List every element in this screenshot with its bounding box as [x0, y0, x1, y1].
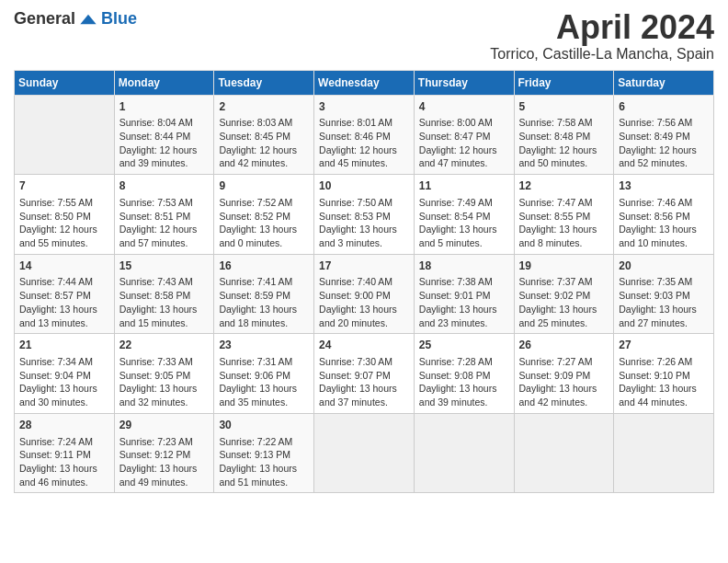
day-number: 7 — [19, 178, 109, 194]
cell-text: Sunrise: 7:43 AM — [119, 275, 210, 289]
cell-text: Daylight: 13 hours — [219, 303, 309, 316]
cell-text: Sunrise: 7:24 AM — [19, 435, 109, 449]
cell-text: Daylight: 13 hours — [619, 382, 709, 396]
calendar-cell: 18Sunrise: 7:38 AMSunset: 9:01 PMDayligh… — [414, 254, 514, 334]
calendar-table: SundayMondayTuesdayWednesdayThursdayFrid… — [14, 70, 714, 494]
cell-text: and 25 minutes. — [519, 316, 609, 330]
calendar-cell: 25Sunrise: 7:28 AMSunset: 9:08 PMDayligh… — [414, 334, 514, 414]
cell-text: and 32 minutes. — [119, 396, 210, 409]
cell-text: Daylight: 13 hours — [19, 462, 109, 476]
cell-text: Sunrise: 7:30 AM — [319, 355, 409, 369]
calendar-week-row: 14Sunrise: 7:44 AMSunset: 8:57 PMDayligh… — [15, 254, 714, 334]
cell-text: and 3 minutes. — [319, 236, 409, 250]
day-number: 16 — [219, 259, 309, 274]
cell-text: Daylight: 13 hours — [619, 223, 709, 236]
cell-text: Sunrise: 7:27 AM — [519, 355, 609, 369]
cell-text: Sunrise: 7:53 AM — [119, 196, 210, 210]
day-number: 9 — [219, 178, 309, 194]
cell-text: Sunset: 8:51 PM — [119, 210, 210, 224]
cell-text: Sunrise: 7:40 AM — [319, 275, 409, 289]
cell-text: Sunset: 9:13 PM — [219, 448, 309, 462]
calendar-cell: 10Sunrise: 7:50 AMSunset: 8:53 PMDayligh… — [314, 175, 415, 255]
day-number: 8 — [119, 178, 210, 194]
cell-text: Sunset: 8:52 PM — [219, 210, 309, 224]
cell-text: Sunrise: 7:46 AM — [619, 196, 709, 210]
cell-text: Daylight: 13 hours — [419, 223, 509, 236]
logo-icon — [79, 10, 97, 29]
cell-text: Sunset: 9:05 PM — [119, 369, 210, 383]
cell-text: Sunset: 8:55 PM — [519, 210, 609, 224]
calendar-week-row: 28Sunrise: 7:24 AMSunset: 9:11 PMDayligh… — [15, 413, 714, 493]
logo-blue-text: Blue — [101, 9, 137, 29]
page-subtitle: Torrico, Castille-La Mancha, Spain — [490, 46, 714, 63]
cell-text: Daylight: 13 hours — [219, 462, 309, 476]
calendar-cell: 24Sunrise: 7:30 AMSunset: 9:07 PMDayligh… — [314, 334, 415, 414]
day-header-saturday: Saturday — [614, 70, 714, 95]
cell-text: and 30 minutes. — [19, 396, 109, 409]
cell-text: and 39 minutes. — [119, 156, 210, 170]
cell-text: and 42 minutes. — [219, 156, 309, 170]
cell-text: Sunset: 9:12 PM — [119, 448, 210, 462]
cell-text: Sunset: 8:53 PM — [319, 210, 409, 224]
cell-text: Daylight: 13 hours — [519, 223, 609, 236]
calendar-cell: 4Sunrise: 8:00 AMSunset: 8:47 PMDaylight… — [414, 95, 514, 175]
cell-text: Daylight: 13 hours — [419, 303, 509, 316]
cell-text: and 49 minutes. — [119, 476, 210, 489]
calendar-week-row: 1Sunrise: 8:04 AMSunset: 8:44 PMDaylight… — [15, 95, 714, 175]
cell-text: Sunset: 8:44 PM — [119, 130, 210, 144]
calendar-cell — [314, 413, 415, 493]
cell-text: Daylight: 13 hours — [119, 382, 210, 396]
day-number: 23 — [219, 338, 309, 353]
calendar-cell: 22Sunrise: 7:33 AMSunset: 9:05 PMDayligh… — [114, 334, 214, 414]
cell-text: Sunrise: 7:44 AM — [19, 275, 109, 289]
cell-text: Sunrise: 8:03 AM — [219, 116, 309, 130]
cell-text: Sunrise: 7:56 AM — [619, 116, 709, 130]
calendar-cell — [514, 413, 614, 493]
calendar-week-row: 7Sunrise: 7:55 AMSunset: 8:50 PMDaylight… — [15, 175, 714, 255]
cell-text: and 18 minutes. — [219, 316, 309, 330]
cell-text: Daylight: 12 hours — [419, 144, 509, 157]
logo: General Blue — [14, 9, 137, 29]
logo-general-text: General — [14, 9, 75, 29]
day-number: 10 — [319, 178, 409, 194]
cell-text: Daylight: 12 hours — [119, 223, 210, 236]
cell-text: Sunset: 8:58 PM — [119, 289, 210, 303]
cell-text: and 8 minutes. — [519, 236, 609, 250]
cell-text: Daylight: 13 hours — [119, 303, 210, 316]
cell-text: Sunset: 8:49 PM — [619, 130, 709, 144]
day-number: 6 — [619, 99, 709, 115]
cell-text: Daylight: 13 hours — [419, 382, 509, 396]
cell-text: and 50 minutes. — [519, 156, 609, 170]
cell-text: Sunset: 8:50 PM — [19, 210, 109, 224]
day-number: 4 — [419, 99, 509, 115]
cell-text: Daylight: 13 hours — [119, 462, 210, 476]
cell-text: Sunrise: 7:41 AM — [219, 275, 309, 289]
cell-text: Sunset: 9:08 PM — [419, 369, 509, 383]
day-header-friday: Friday — [514, 70, 614, 95]
day-number: 26 — [519, 338, 609, 353]
calendar-cell: 15Sunrise: 7:43 AMSunset: 8:58 PMDayligh… — [114, 254, 214, 334]
day-number: 17 — [319, 259, 409, 274]
calendar-cell: 2Sunrise: 8:03 AMSunset: 8:45 PMDaylight… — [214, 95, 314, 175]
calendar-cell — [15, 95, 115, 175]
day-number: 29 — [119, 418, 210, 433]
cell-text: Daylight: 13 hours — [619, 303, 709, 316]
cell-text: Sunrise: 7:31 AM — [219, 355, 309, 369]
cell-text: and 37 minutes. — [319, 396, 409, 409]
day-number: 5 — [519, 99, 609, 115]
cell-text: Sunset: 9:02 PM — [519, 289, 609, 303]
day-number: 13 — [619, 178, 709, 194]
cell-text: Sunset: 8:47 PM — [419, 130, 509, 144]
cell-text: Sunset: 8:54 PM — [419, 210, 509, 224]
cell-text: and 0 minutes. — [219, 236, 309, 250]
day-number: 11 — [419, 178, 509, 194]
cell-text: Sunrise: 7:28 AM — [419, 355, 509, 369]
calendar-week-row: 21Sunrise: 7:34 AMSunset: 9:04 PMDayligh… — [15, 334, 714, 414]
calendar-cell: 13Sunrise: 7:46 AMSunset: 8:56 PMDayligh… — [614, 175, 714, 255]
day-header-thursday: Thursday — [414, 70, 514, 95]
cell-text: Sunrise: 7:33 AM — [119, 355, 210, 369]
cell-text: Sunset: 9:03 PM — [619, 289, 709, 303]
cell-text: Sunset: 9:07 PM — [319, 369, 409, 383]
cell-text: Sunrise: 8:00 AM — [419, 116, 509, 130]
cell-text: and 20 minutes. — [319, 316, 409, 330]
